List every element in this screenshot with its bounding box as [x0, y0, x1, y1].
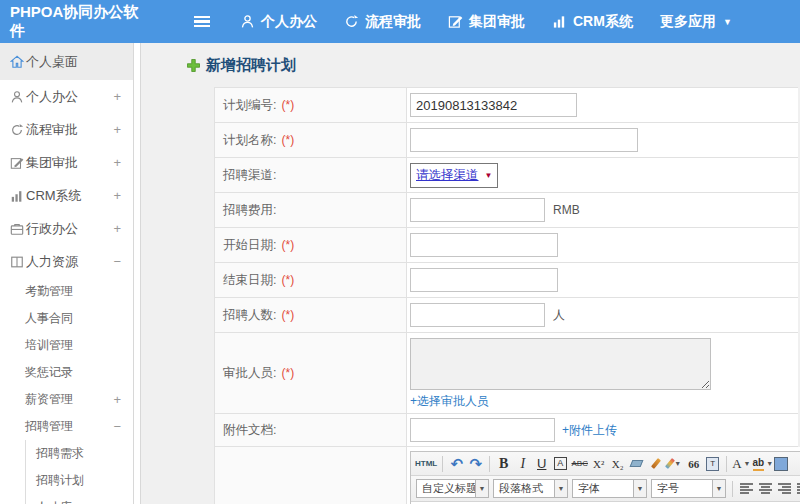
field-label: 招聘渠道:	[223, 167, 276, 184]
sidebar-item-recruit-plan[interactable]: 招聘计划	[26, 467, 133, 494]
fee-unit-label: RMB	[553, 203, 580, 217]
required-marker: (*)	[281, 98, 294, 112]
sidebar-item-recruit-mgmt[interactable]: 招聘管理−	[0, 413, 133, 440]
form-row-plan-name: 计划名称:(*)	[215, 123, 798, 158]
required-marker: (*)	[281, 273, 294, 287]
sidebar-item-personal-office[interactable]: 个人办公 +	[0, 80, 133, 113]
headcount-input[interactable]	[410, 303, 545, 327]
sidebar: 个人桌面 个人办公 + 流程审批 + 集团审批 +	[0, 43, 133, 504]
expand-plus-icon[interactable]: +	[113, 392, 121, 407]
font-family-combo[interactable]: 字体▼	[572, 479, 647, 498]
align-right-icon[interactable]	[776, 479, 793, 498]
undo-icon[interactable]: ↶	[448, 454, 465, 473]
expand-plus-icon[interactable]: +	[113, 155, 121, 170]
align-left-icon[interactable]	[738, 479, 755, 498]
subscript-button[interactable]: X₂	[609, 454, 626, 473]
nav-item-more-apps[interactable]: 更多应用 ▼	[660, 13, 732, 31]
form-row-end-date: 结束日期:(*)	[215, 263, 798, 298]
italic-button[interactable]: I	[514, 454, 531, 473]
redo-icon[interactable]: ↷	[467, 454, 484, 473]
hr-submenu: 考勤管理 人事合同 培训管理 奖惩记录 薪资管理+ 招聘管理− 招聘需求 招聘计…	[0, 278, 133, 504]
form-row-attachment: 附件文档: +附件上传	[215, 414, 798, 447]
sidebar-item-rewards[interactable]: 奖惩记录	[0, 359, 133, 386]
highlight-color-button[interactable]: ab▼	[753, 454, 774, 473]
approvers-textarea[interactable]	[410, 338, 711, 390]
paragraph-format-combo[interactable]: 段落格式▼	[493, 479, 568, 498]
expand-plus-icon[interactable]: +	[113, 221, 121, 236]
start-date-input[interactable]	[410, 233, 558, 257]
top-header: PHPOA协同办公软件 个人办公 流程审批 集团审批 CRM系统 更多应用 ▼	[0, 0, 800, 43]
strikethrough-button[interactable]: ABC	[571, 454, 588, 473]
combo-arrow-icon: ▼	[554, 480, 567, 497]
font-color-button[interactable]: A▼	[732, 454, 750, 473]
top-nav: 个人办公 流程审批 集团审批 CRM系统 更多应用 ▼	[240, 13, 759, 31]
clipped-toolbar-icon[interactable]	[774, 457, 788, 471]
field-label: 计划编号:	[223, 97, 276, 114]
underline-button[interactable]: U	[533, 454, 550, 473]
rich-text-editor: HTML ↶ ↷ B I U A ABC X² X₂	[410, 451, 800, 504]
blockquote-button[interactable]: 66	[685, 454, 702, 473]
plus-icon	[187, 59, 200, 72]
field-label: 审批人员:	[223, 365, 276, 382]
plan-code-input[interactable]	[410, 93, 577, 117]
field-label: 附件文档:	[223, 422, 276, 439]
nav-item-personal-office[interactable]: 个人办公	[240, 13, 317, 31]
sidebar-item-hr[interactable]: 人力资源 −	[0, 245, 133, 278]
collapse-minus-icon[interactable]: −	[113, 254, 121, 269]
sidebar-item-talent-pool[interactable]: 人才库	[26, 494, 133, 504]
sidebar-splitter[interactable]	[133, 43, 141, 504]
recruit-submenu: 招聘需求 招聘计划 人才库	[25, 440, 133, 504]
custom-title-combo[interactable]: 自定义标题▼	[416, 479, 489, 498]
sidebar-item-admin-office[interactable]: 行政办公 +	[0, 212, 133, 245]
auto-format-icon[interactable]: ▼	[666, 454, 683, 473]
sidebar-item-attendance[interactable]: 考勤管理	[0, 278, 133, 305]
paste-text-icon[interactable]: T	[704, 454, 721, 473]
sidebar-item-hr-contract[interactable]: 人事合同	[0, 305, 133, 332]
required-marker: (*)	[281, 308, 294, 322]
home-icon	[10, 54, 25, 69]
attachment-upload-link[interactable]: +附件上传	[562, 422, 617, 439]
sidebar-item-salary[interactable]: 薪资管理+	[0, 386, 133, 413]
expand-plus-icon[interactable]: +	[113, 122, 121, 137]
expand-plus-icon[interactable]: +	[113, 188, 121, 203]
sidebar-item-process-approval[interactable]: 流程审批 +	[0, 113, 133, 146]
sidebar-item-recruit-demand[interactable]: 招聘需求	[26, 440, 133, 467]
editor-toolbar-row2: 自定义标题▼ 段落格式▼ 字体▼ 字号▼ ∞	[411, 476, 800, 502]
border-text-button[interactable]: A	[554, 457, 567, 470]
nav-item-crm[interactable]: CRM系统	[552, 13, 633, 31]
nav-item-group-approval[interactable]: 集团审批	[448, 13, 525, 31]
field-label: 开始日期:	[223, 237, 276, 254]
attachment-input[interactable]	[410, 418, 555, 442]
form-row-start-date: 开始日期:(*)	[215, 228, 798, 263]
fee-input[interactable]	[410, 198, 545, 222]
form-row-approvers: 审批人员:(*) +选择审批人员	[215, 333, 798, 414]
sidebar-item-desktop[interactable]: 个人桌面	[0, 43, 133, 80]
eraser-icon[interactable]	[628, 454, 645, 473]
combo-arrow-icon: ▼	[633, 480, 646, 497]
sidebar-item-group-approval[interactable]: 集团审批 +	[0, 146, 133, 179]
channel-select[interactable]: 请选择渠道 ▼	[410, 163, 498, 188]
align-justify-icon[interactable]	[795, 479, 800, 498]
sidebar-item-training[interactable]: 培训管理	[0, 332, 133, 359]
chart-icon	[10, 188, 25, 203]
end-date-input[interactable]	[410, 268, 558, 292]
headcount-unit-label: 人	[553, 307, 565, 324]
chart-icon	[552, 14, 567, 29]
superscript-button[interactable]: X²	[590, 454, 607, 473]
align-center-icon[interactable]	[757, 479, 774, 498]
combo-arrow-icon: ▼	[712, 480, 725, 497]
editor-toolbar-row1: HTML ↶ ↷ B I U A ABC X² X₂	[411, 452, 800, 476]
font-size-combo[interactable]: 字号▼	[651, 479, 726, 498]
plan-name-input[interactable]	[410, 128, 638, 152]
form-row-editor: HTML ↶ ↷ B I U A ABC X² X₂	[215, 447, 798, 504]
collapse-minus-icon[interactable]: −	[113, 419, 121, 434]
recruit-plan-form: 计划编号:(*) 计划名称:(*) 招聘渠道: 请选择渠道 ▼	[214, 87, 798, 504]
hamburger-menu-icon[interactable]	[194, 16, 210, 27]
expand-plus-icon[interactable]: +	[113, 89, 121, 104]
sidebar-item-crm[interactable]: CRM系统 +	[0, 179, 133, 212]
choose-approvers-link[interactable]: +选择审批人员	[410, 394, 489, 408]
html-source-button[interactable]: HTML	[415, 454, 437, 473]
format-brush-icon[interactable]	[647, 454, 664, 473]
bold-button[interactable]: B	[495, 454, 512, 473]
nav-item-process-approval[interactable]: 流程审批	[344, 13, 421, 31]
